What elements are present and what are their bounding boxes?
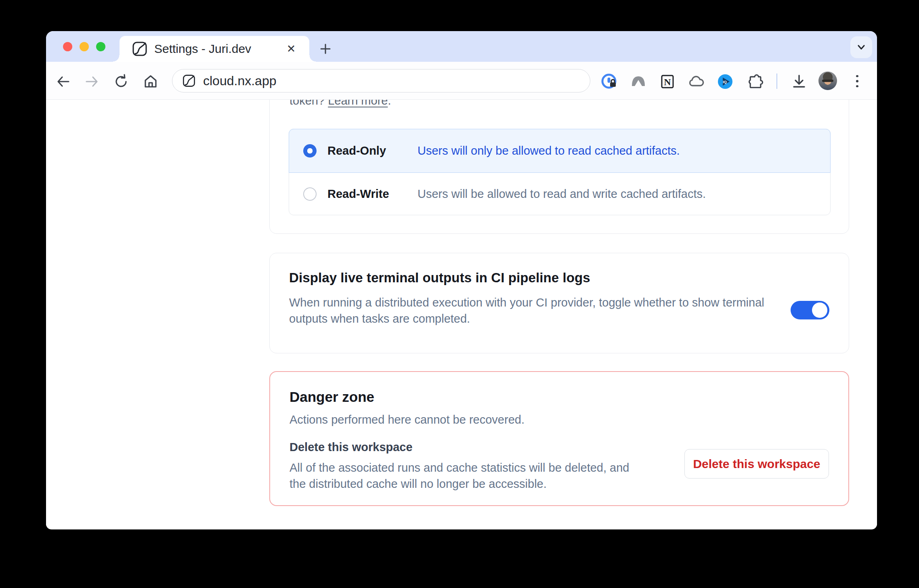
home-button[interactable]	[142, 73, 159, 90]
window-controls	[63, 42, 105, 51]
tab-strip: Settings - Juri.dev ✕	[46, 31, 877, 62]
browser-toolbar: cloud.nx.app N	[46, 62, 877, 100]
address-bar[interactable]: cloud.nx.app	[172, 69, 590, 92]
danger-zone-card: Danger zone Actions performed here canno…	[269, 371, 849, 506]
close-tab-icon[interactable]: ✕	[284, 42, 298, 56]
downloads-button[interactable]	[789, 72, 809, 91]
toggle-knob	[812, 302, 827, 318]
delete-workspace-button[interactable]: Delete this workspace	[684, 449, 829, 479]
access-option-row[interactable]: Read-Write Users will be allowed to read…	[289, 173, 830, 215]
reload-icon	[113, 74, 129, 90]
terminal-card-description: When running a distributed execution wit…	[289, 294, 778, 327]
notion-icon[interactable]: N	[658, 72, 677, 91]
toolbar-divider	[776, 74, 777, 89]
zoom-window-button[interactable]	[96, 42, 105, 51]
download-icon	[791, 73, 808, 90]
minimize-window-button[interactable]	[80, 42, 89, 51]
radio-selected-icon[interactable]	[303, 144, 317, 158]
tab-title: Settings - Juri.dev	[154, 42, 284, 56]
terminal-toggle[interactable]	[791, 301, 829, 319]
access-option-row[interactable]: Read-Only Users will only be allowed to …	[289, 129, 831, 173]
option-description: Users will be allowed to read and write …	[418, 187, 706, 201]
kebab-menu-icon	[856, 75, 858, 78]
password-manager-icon[interactable]	[600, 72, 619, 91]
option-description: Users will only be allowed to read cache…	[418, 144, 680, 158]
back-button[interactable]	[55, 73, 72, 90]
nx-cloud-favicon	[132, 41, 148, 57]
option-label: Read-Write	[327, 187, 418, 201]
tab-search-button[interactable]	[850, 36, 872, 58]
url-text: cloud.nx.app	[203, 74, 276, 88]
back-icon	[55, 74, 71, 90]
radio-unselected-icon[interactable]	[303, 187, 317, 201]
learn-more-link[interactable]: Learn more	[328, 100, 388, 107]
token-help-text: token? Learn more.	[290, 100, 391, 107]
extensions-puzzle-icon[interactable]	[745, 72, 765, 91]
settings-page: token? Learn more. Read-Only Users will …	[46, 100, 877, 529]
danger-zone-subtitle: Actions performed here cannot be recover…	[290, 412, 829, 428]
forward-button[interactable]	[83, 73, 101, 90]
browser-window: Settings - Juri.dev ✕	[46, 31, 877, 529]
desktop-background: Settings - Juri.dev ✕	[0, 0, 919, 588]
video-player-icon[interactable]: IQ	[715, 72, 735, 91]
access-scope-radio-group: Read-Only Users will only be allowed to …	[289, 129, 831, 215]
new-tab-button[interactable]	[315, 41, 336, 57]
danger-zone-title: Danger zone	[290, 389, 829, 405]
browser-menu-button[interactable]	[854, 73, 861, 89]
close-window-button[interactable]	[63, 42, 72, 51]
terminal-outputs-card: Display live terminal outputs in CI pipe…	[269, 253, 849, 353]
profile-avatar[interactable]	[818, 71, 837, 90]
chevron-down-icon	[855, 41, 867, 53]
nx-cloud-site-icon	[182, 74, 196, 88]
svg-text:IQ: IQ	[723, 80, 727, 84]
cloud-icon[interactable]	[686, 72, 706, 91]
option-label: Read-Only	[327, 144, 418, 158]
forward-icon	[84, 74, 100, 90]
tab-settings[interactable]: Settings - Juri.dev ✕	[120, 36, 309, 62]
vpn-icon[interactable]	[629, 72, 648, 91]
plus-icon	[318, 42, 333, 56]
terminal-card-title: Display live terminal outputs in CI pipe…	[289, 270, 829, 286]
svg-text:N: N	[664, 77, 671, 87]
reload-button[interactable]	[112, 73, 130, 90]
home-icon	[143, 74, 159, 90]
